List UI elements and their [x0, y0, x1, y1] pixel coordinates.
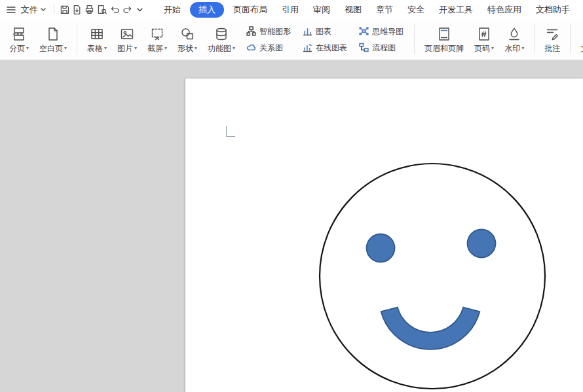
export-button[interactable]: [71, 3, 83, 17]
print-preview-icon: [96, 4, 107, 15]
tab-review[interactable]: 审阅: [306, 2, 337, 18]
right-eye-shape[interactable]: [468, 230, 496, 258]
comment-button[interactable]: 批注: [539, 20, 565, 58]
button-label: 页眉和页脚: [424, 45, 464, 52]
file-menu-label: 文件: [21, 4, 38, 16]
undo-button[interactable]: [108, 3, 121, 17]
tab-dev-tools[interactable]: 开发工具: [432, 2, 480, 18]
chevron-down-icon: ▾: [491, 46, 494, 51]
chevron-down-icon: [41, 8, 46, 11]
save-button[interactable]: [58, 3, 71, 17]
group-divider: [77, 24, 77, 54]
stack-column: 思维导图 流程图: [353, 26, 409, 52]
smiley-face-drawing[interactable]: [185, 79, 583, 392]
tab-home[interactable]: 开始: [157, 2, 188, 18]
print-preview-button[interactable]: [96, 3, 108, 17]
button-label: 文本框: [580, 45, 583, 52]
top-menubar: 文件 开始 插入 页面布局 引用 审阅 视图 章节 安全 开发工具 特色应用 文…: [0, 0, 583, 19]
tab-references[interactable]: 引用: [274, 2, 306, 18]
tab-view[interactable]: 视图: [337, 2, 369, 18]
button-label: 图表: [316, 27, 331, 35]
file-menu-button[interactable]: 文件: [17, 3, 50, 17]
button-label: 批注: [544, 45, 560, 52]
chevron-down-icon: ▾: [64, 46, 67, 51]
screenshot-icon: [149, 26, 165, 42]
button-label: 在线图表: [316, 44, 347, 52]
chevron-down-icon: ▾: [233, 46, 235, 51]
button-label: 形状: [178, 45, 193, 52]
watermark-button[interactable]: 水印▾: [499, 20, 529, 58]
print-button[interactable]: [83, 3, 96, 17]
chart-button[interactable]: 图表: [303, 26, 347, 36]
relation-diagram-icon: [246, 43, 256, 52]
flowchart-button[interactable]: 流程图: [359, 43, 404, 52]
button-label: 水印: [504, 45, 520, 52]
flowchart-icon: [359, 43, 369, 52]
document-canvas[interactable]: [0, 60, 583, 392]
group-divider: [570, 24, 571, 54]
watermark-icon: [506, 26, 522, 42]
chevron-down-icon: ▾: [195, 46, 197, 51]
left-eye-shape[interactable]: [367, 234, 395, 262]
tab-security[interactable]: 安全: [400, 2, 432, 18]
mind-map-button[interactable]: 思维导图: [359, 26, 404, 36]
chevron-down-icon: ▾: [521, 46, 524, 51]
shapes-icon: [179, 26, 195, 42]
ribbon-toolbar: 分页▾ 空白页▾ 表格▾ 图片▾ 截屏▾ 形状▾ 功能图▾ 智能图形: [0, 19, 583, 60]
undo-icon: [109, 4, 121, 15]
divider: [54, 5, 54, 14]
stack-column: 图表 在线图表: [297, 26, 353, 52]
chevron-down-icon: ▾: [104, 46, 107, 51]
function-diagram-button[interactable]: 功能图▾: [202, 20, 240, 58]
page-break-button[interactable]: 分页▾: [4, 20, 34, 58]
button-label: 思维导图: [372, 27, 404, 35]
header-footer-button[interactable]: 页眉和页脚: [419, 20, 469, 58]
comment-icon: [544, 26, 560, 42]
tab-page-layout[interactable]: 页面布局: [226, 2, 274, 18]
page-number-icon: [476, 26, 492, 42]
relation-diagram-button[interactable]: 关系图: [246, 43, 291, 52]
group-divider: [414, 24, 415, 54]
redo-icon: [122, 4, 133, 15]
stack-column: 智能图形 关系图: [240, 26, 297, 52]
face-circle-shape[interactable]: [320, 164, 545, 389]
smartart-icon: [246, 26, 256, 36]
screenshot-button[interactable]: 截屏▾: [142, 20, 172, 58]
diagram-button-group: 智能图形 关系图 图表 在线图表 思维导图 流程图: [240, 26, 409, 52]
mind-map-icon: [359, 26, 369, 36]
shapes-button[interactable]: 形状▾: [172, 20, 202, 58]
online-chart-icon: [303, 43, 312, 52]
online-chart-button[interactable]: 在线图表: [303, 43, 347, 52]
redo-button[interactable]: [121, 3, 134, 17]
tab-insert[interactable]: 插入: [190, 2, 224, 18]
main-menu-button[interactable]: [6, 3, 17, 17]
tab-special-apps[interactable]: 特色应用: [480, 2, 529, 18]
print-icon: [84, 4, 95, 15]
group-divider: [534, 24, 535, 54]
blank-page-button[interactable]: 空白页▾: [34, 20, 72, 58]
button-label: 空白页: [39, 45, 63, 52]
button-label: 截屏: [147, 45, 163, 52]
hamburger-icon: [6, 5, 16, 15]
chevron-down-icon: ▾: [164, 46, 167, 51]
quick-access-more-button[interactable]: [134, 3, 146, 17]
document-page[interactable]: [185, 79, 583, 392]
header-footer-icon: [436, 26, 452, 42]
chevron-down-icon: [137, 8, 143, 12]
tab-doc-assistant[interactable]: 文档助手: [529, 2, 577, 18]
page-number-button[interactable]: 页码▾: [469, 20, 499, 58]
button-label: 流程图: [372, 44, 396, 52]
table-button[interactable]: 表格▾: [82, 20, 112, 58]
chevron-down-icon: ▾: [134, 46, 137, 51]
blank-page-icon: [45, 26, 61, 42]
smartart-button[interactable]: 智能图形: [246, 26, 291, 36]
button-label: 页码: [474, 45, 490, 52]
save-icon: [59, 4, 70, 15]
picture-icon: [119, 26, 135, 42]
menu-tabs: 开始 插入 页面布局 引用 审阅 视图 章节 安全 开发工具 特色应用 文档助手: [157, 0, 577, 19]
tab-section[interactable]: 章节: [369, 2, 400, 18]
picture-button[interactable]: 图片▾: [112, 20, 142, 58]
text-box-button[interactable]: 文本框▾: [575, 20, 583, 58]
button-label: 分页: [9, 45, 25, 52]
button-label: 智能图形: [259, 27, 291, 35]
